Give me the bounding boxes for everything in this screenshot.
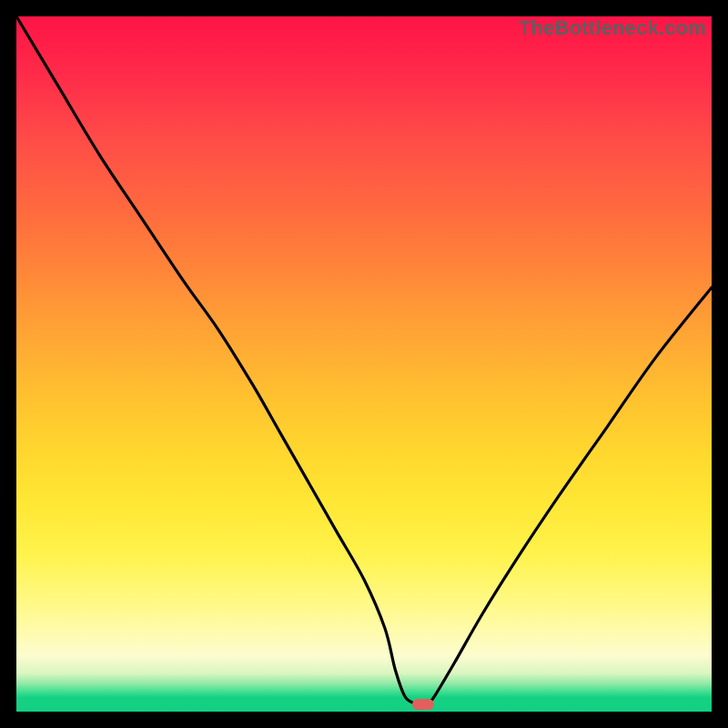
curve-path <box>16 16 712 705</box>
plot-area: TheBottleneck.com <box>16 16 712 712</box>
chart-frame: TheBottleneck.com <box>0 0 728 728</box>
bottleneck-curve <box>16 16 712 712</box>
optimal-marker <box>412 699 434 710</box>
